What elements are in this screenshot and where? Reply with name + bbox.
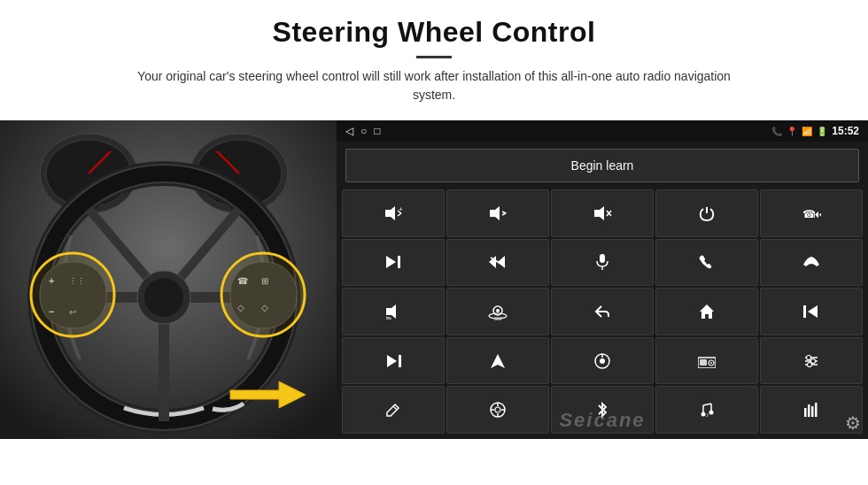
hangup-button[interactable]: [760, 239, 863, 287]
svg-point-74: [808, 362, 812, 366]
svg-point-73: [811, 358, 816, 363]
power-icon: [699, 205, 715, 221]
nav-square-icon[interactable]: □: [374, 125, 380, 137]
image-panel: + − ⋮⋮ ↩ ☎ ◇ ⊞ ◇: [0, 120, 337, 439]
svg-point-72: [807, 355, 811, 359]
subtitle-text: Your original car's steering wheel contr…: [115, 67, 753, 104]
status-bar: ◁ ○ □ 📞 📍 📶 🔋 15:52: [337, 120, 868, 142]
radio-button[interactable]: [655, 337, 758, 385]
hangup-icon: [802, 256, 820, 268]
svg-point-77: [495, 407, 500, 412]
bluetooth-icon: [596, 402, 608, 418]
gear-button[interactable]: ⚙: [845, 412, 861, 434]
svg-point-16: [144, 278, 183, 317]
music-button[interactable]: ♪: [655, 386, 758, 434]
rewind-icon: [803, 305, 819, 318]
title-divider: [416, 56, 452, 58]
settings-circle-icon: [490, 402, 506, 418]
svg-point-86: [709, 411, 714, 415]
next-icon: [386, 256, 400, 268]
svg-marker-37: [594, 206, 604, 220]
settings-circle-button[interactable]: [446, 386, 549, 434]
steering-wheel-svg: + − ⋮⋮ ↩ ☎ ◇ ⊞ ◇: [0, 120, 337, 439]
source-button[interactable]: [551, 337, 654, 385]
battery-icon: 🔋: [817, 127, 827, 136]
svg-rect-91: [815, 403, 818, 417]
nav-home-icon[interactable]: ○: [360, 125, 367, 137]
location-icon: 📍: [787, 127, 797, 136]
svg-text:⏮: ⏮: [813, 208, 821, 219]
home-icon: [699, 304, 715, 319]
edit-icon: [386, 403, 400, 417]
edit-button[interactable]: [342, 386, 445, 434]
speaker-icon: [384, 304, 402, 319]
rewind-button[interactable]: [760, 288, 863, 335]
svg-line-51: [386, 317, 387, 318]
header-section: Steering Wheel Control Your original car…: [0, 0, 868, 113]
svg-marker-60: [387, 355, 397, 367]
svg-line-83: [703, 404, 711, 405]
mic-button[interactable]: [551, 239, 654, 287]
svg-text:360°: 360°: [494, 316, 503, 320]
phone-prev-button[interactable]: ☎ ⏮: [760, 189, 863, 237]
svg-marker-33: [490, 206, 500, 220]
svg-rect-43: [398, 256, 400, 268]
svg-rect-59: [399, 355, 401, 367]
back-icon: [594, 304, 610, 319]
svg-line-75: [393, 406, 397, 410]
svg-marker-42: [386, 256, 396, 268]
svg-text:♪: ♪: [706, 412, 709, 418]
phone-icon: 📞: [771, 127, 782, 136]
mute-button[interactable]: [551, 189, 654, 237]
speaker-button[interactable]: [342, 288, 445, 335]
vol-down-icon: −: [488, 205, 508, 221]
svg-rect-66: [700, 359, 707, 366]
power-button[interactable]: [655, 189, 758, 237]
svg-rect-57: [803, 305, 806, 318]
skip-mute-icon: [489, 256, 507, 268]
settings-eq-button[interactable]: [760, 337, 863, 385]
settings-eq-icon: [803, 354, 819, 368]
svg-marker-56: [700, 304, 714, 319]
call-button[interactable]: [655, 239, 758, 287]
page-title: Steering Wheel Control: [35, 16, 833, 49]
svg-rect-47: [600, 254, 605, 263]
svg-rect-89: [808, 404, 810, 417]
status-bar-right: 📞 📍 📶 🔋 15:52: [771, 125, 859, 137]
controls-grid: + −: [337, 188, 868, 439]
svg-marker-44: [489, 256, 496, 268]
back-button[interactable]: [551, 288, 654, 335]
svg-point-63: [600, 358, 605, 364]
bluetooth-button[interactable]: [551, 386, 654, 434]
svg-text:−: −: [503, 209, 508, 217]
source-icon: [594, 353, 610, 369]
svg-marker-29: [385, 206, 395, 220]
svg-point-28: [221, 253, 305, 336]
camera-360-icon: 360°: [487, 303, 508, 320]
nav-back-icon[interactable]: ◁: [345, 125, 353, 137]
camera-360-button[interactable]: 360°: [446, 288, 549, 335]
page-container: Steering Wheel Control Your original car…: [0, 0, 868, 485]
begin-learn-button[interactable]: Begin learn: [345, 149, 859, 182]
svg-rect-90: [811, 406, 814, 417]
nav-arrow-button[interactable]: [446, 337, 549, 385]
svg-point-85: [701, 412, 706, 417]
svg-marker-58: [808, 305, 818, 318]
begin-learn-row: Begin learn: [337, 142, 868, 188]
fastforward-button[interactable]: [342, 337, 445, 385]
vol-up-button[interactable]: +: [342, 189, 445, 237]
skip-mute-button[interactable]: [446, 239, 549, 287]
time-display: 15:52: [832, 125, 859, 137]
call-icon: [699, 254, 715, 270]
svg-rect-88: [804, 408, 807, 417]
vol-up-icon: +: [384, 205, 403, 221]
music-icon: ♪: [699, 402, 715, 418]
visualizer-icon: [803, 403, 819, 417]
svg-marker-49: [386, 304, 396, 319]
status-bar-left: ◁ ○ □: [345, 125, 381, 137]
next-button[interactable]: [342, 239, 445, 287]
home-button[interactable]: [655, 288, 758, 335]
svg-line-31: [398, 213, 401, 216]
vol-down-button[interactable]: −: [446, 189, 549, 237]
svg-text:+: +: [399, 205, 403, 213]
